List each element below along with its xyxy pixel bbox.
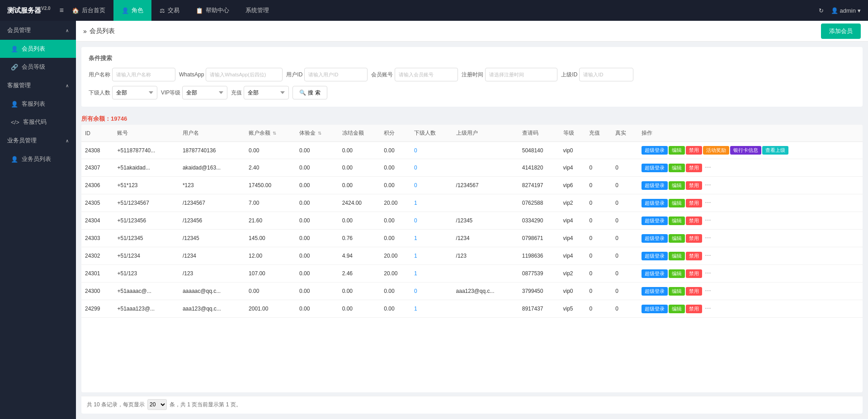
table-row: 24305 +51/1234567 /1234567 7.00 0.00 242… [81, 194, 863, 212]
cell-balance: 0.00 [245, 282, 296, 300]
parent-id-input[interactable] [579, 68, 633, 81]
action-禁用-button[interactable]: 禁用 [686, 305, 702, 313]
cell-recharge: 0 [585, 300, 612, 318]
action-超级登录-button[interactable]: 超级登录 [642, 234, 668, 243]
sidebar-group-salesperson[interactable]: 业务员管理 ∧ [0, 131, 76, 150]
sidebar-item-customer-list[interactable]: 👤 客服列表 [0, 95, 76, 113]
cell-account: +51aaaac@... [113, 282, 179, 300]
action-活动奖励-button[interactable]: 活动奖励 [703, 146, 729, 155]
action-编辑-button[interactable]: 编辑 [669, 146, 685, 155]
action-查看上级-button[interactable]: 查看上级 [762, 146, 788, 155]
more-actions-button[interactable]: ··· [703, 269, 712, 277]
action-禁用-button[interactable]: 禁用 [686, 146, 702, 155]
cell-recharge: 0 [585, 194, 612, 212]
hamburger-icon[interactable]: ≡ [60, 6, 64, 14]
action-编辑-button[interactable]: 编辑 [669, 287, 685, 296]
nav-item-system[interactable]: 系统管理 [237, 0, 277, 21]
more-actions-button[interactable]: ··· [703, 251, 712, 259]
action-超级登录-button[interactable]: 超级登录 [642, 252, 668, 260]
username-input[interactable] [112, 68, 175, 81]
cell-frozen: 2424.00 [339, 194, 381, 212]
action-禁用-button[interactable]: 禁用 [686, 287, 702, 296]
cell-points: 20.00 [380, 194, 410, 212]
action-编辑-button[interactable]: 编辑 [669, 252, 685, 260]
col-id: ID [81, 125, 113, 142]
sidebar-group-customer-service[interactable]: 客服管理 ∧ [0, 76, 76, 95]
action-编辑-button[interactable]: 编辑 [669, 199, 685, 207]
sidebar-item-customer-code[interactable]: </> 客服代码 [0, 113, 76, 131]
page-title: 会员列表 [90, 27, 115, 35]
page-header: » 会员列表 添加会员 [76, 21, 868, 42]
col-level: 等级 [560, 125, 586, 142]
search-button[interactable]: 🔍 搜 索 [292, 86, 327, 99]
more-actions-button[interactable]: ··· [703, 198, 712, 207]
action-禁用-button[interactable]: 禁用 [686, 269, 702, 278]
action-超级登录-button[interactable]: 超级登录 [642, 305, 668, 313]
link-icon: 🔗 [11, 64, 18, 71]
more-actions-button[interactable]: ··· [703, 181, 712, 189]
add-member-button[interactable]: 添加会员 [821, 24, 861, 39]
vip-select[interactable]: 全部 [182, 86, 227, 99]
action-编辑-button[interactable]: 编辑 [669, 269, 685, 278]
more-actions-button[interactable]: ··· [703, 216, 712, 224]
action-禁用-button[interactable]: 禁用 [686, 217, 702, 225]
action-禁用-button[interactable]: 禁用 [686, 234, 702, 243]
action-超级登录-button[interactable]: 超级登录 [642, 269, 668, 278]
col-parent: 上级用户 [453, 125, 519, 142]
nav-item-dashboard[interactable]: 🏠 后台首页 [64, 0, 113, 21]
cell-id: 24299 [81, 300, 113, 318]
recharge-select[interactable]: 全部 [244, 86, 289, 99]
action-编辑-button[interactable]: 编辑 [669, 305, 685, 313]
action-编辑-button[interactable]: 编辑 [669, 181, 685, 190]
action-编辑-button[interactable]: 编辑 [669, 234, 685, 243]
action-超级登录-button[interactable]: 超级登录 [642, 287, 668, 296]
cell-invitation: 0877539 [519, 265, 560, 282]
more-actions-button[interactable]: ··· [703, 304, 712, 312]
action-禁用-button[interactable]: 禁用 [686, 199, 702, 207]
whatsapp-input[interactable] [206, 68, 283, 81]
member-no-field: 会员账号 [371, 68, 458, 81]
breadcrumb: » 会员列表 [83, 27, 115, 35]
nav-item-help[interactable]: 📋 帮助中心 [188, 0, 237, 21]
more-actions-button[interactable]: ··· [703, 163, 712, 171]
action-超级登录-button[interactable]: 超级登录 [642, 164, 668, 172]
per-page-select[interactable]: 20 50 100 [147, 399, 167, 410]
userid-input[interactable] [304, 68, 368, 81]
sidebar-group-member-management[interactable]: 会员管理 ∧ [0, 21, 76, 40]
more-actions-button[interactable]: ··· [703, 234, 712, 242]
nav-item-transactions[interactable]: ⚖ 交易 [151, 0, 188, 21]
table-row: 24306 +51*123 *123 17450.00 0.00 0.00 0.… [81, 177, 863, 194]
cell-actions: 超级登录编辑禁用··· [638, 300, 863, 318]
subordinates-select[interactable]: 全部 [112, 86, 157, 99]
admin-user[interactable]: 👤 admin ▾ [831, 7, 861, 14]
sidebar-item-member-list[interactable]: 👤 会员列表 [0, 40, 76, 58]
refresh-icon[interactable]: ↻ [819, 7, 824, 14]
action-编辑-button[interactable]: 编辑 [669, 217, 685, 225]
more-actions-button[interactable]: ··· [703, 287, 712, 295]
search-area: 条件搜索 用户名称 WhatsApp 用户ID 会员账号 [81, 47, 863, 107]
nav-item-roles[interactable]: 👤 角色 [113, 0, 151, 21]
action-超级登录-button[interactable]: 超级登录 [642, 217, 668, 225]
table-row: 24304 +51/123456 /123456 21.60 0.00 0.00… [81, 212, 863, 230]
sidebar-item-member-level[interactable]: 🔗 会员等级 [0, 58, 76, 76]
action-超级登录-button[interactable]: 超级登录 [642, 199, 668, 207]
cell-real: 0 [612, 282, 638, 300]
cell-invitation: 8917437 [519, 300, 560, 318]
reg-time-input[interactable] [485, 68, 557, 81]
action-编辑-button[interactable]: 编辑 [669, 164, 685, 172]
action-超级登录-button[interactable]: 超级登录 [642, 181, 668, 190]
action-禁用-button[interactable]: 禁用 [686, 181, 702, 190]
action-禁用-button[interactable]: 禁用 [686, 252, 702, 260]
cell-account: +51/123 [113, 265, 179, 282]
col-invitation: 查请码 [519, 125, 560, 142]
cell-account: +51aaa123@... [113, 300, 179, 318]
cell-subordinates: 1 [410, 194, 453, 212]
sidebar-item-salesperson-list[interactable]: 👤 业务员列表 [0, 150, 76, 168]
action-超级登录-button[interactable]: 超级登录 [642, 146, 668, 155]
member-no-input[interactable] [395, 68, 458, 81]
action-禁用-button[interactable]: 禁用 [686, 164, 702, 172]
cell-username: aaa123@qq.c... [179, 300, 245, 318]
action-银行卡信息-button[interactable]: 银行卡信息 [730, 146, 761, 155]
cell-points: 20.00 [380, 247, 410, 265]
table-row: 24302 +51/1234 /1234 12.00 0.00 4.94 20.… [81, 247, 863, 265]
